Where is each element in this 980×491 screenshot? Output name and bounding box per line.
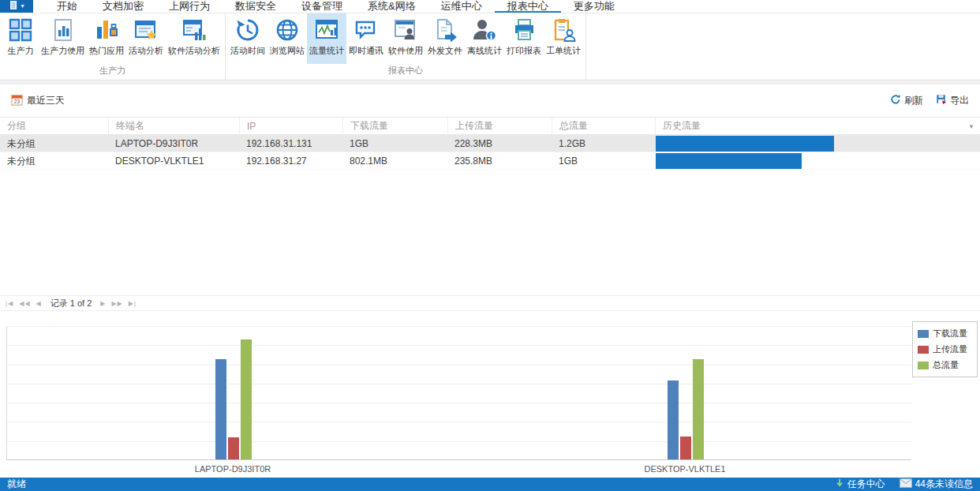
ribbon-button-label: 流量统计 [309, 45, 344, 57]
cell-total: 1GB [552, 156, 655, 167]
traffic-table: 分组终端名IP下载流量上传流量总流量历史流量▼ 未分组LAPTOP-D9J3IT… [0, 117, 980, 295]
column-filter-caret-icon[interactable]: ▼ [968, 123, 974, 130]
column-header[interactable]: 终端名 [108, 118, 239, 134]
legend-swatch [918, 362, 929, 369]
pager-prev-page-button[interactable]: ◀◀ [19, 300, 30, 307]
ribbon-button[interactable]: 浏览网站 [267, 13, 307, 64]
ribbon-button[interactable]: 离线统计 [465, 13, 504, 64]
menu-tab[interactable]: 设备管理 [289, 0, 355, 13]
cell-total: 1.2GB [552, 138, 655, 149]
menu-bar: ▾ 开始文档加密上网行为数据安全设备管理系统&网络运维中心报表中心更多功能 [0, 0, 980, 13]
column-header[interactable]: 上传流量 [447, 118, 552, 134]
ribbon-button-label: 活动时间 [230, 45, 265, 57]
menu-tab[interactable]: 系统&网络 [355, 0, 428, 13]
column-header[interactable]: 下载流量 [342, 118, 447, 134]
status-item-label: 任务中心 [847, 478, 885, 491]
ribbon-button[interactable]: 生产力使用 [39, 13, 87, 64]
column-header[interactable]: 历史流量 [655, 118, 980, 134]
ribbon-button-label: 生产力 [8, 45, 34, 57]
cell-terminal: LAPTOP-D9J3IT0R [108, 138, 239, 149]
ribbon-button-label: 热门应用 [89, 45, 124, 57]
productivity-grid-icon [8, 17, 33, 43]
chart-gridline [7, 326, 911, 327]
pager-record-text: 记录 1 of 2 [47, 298, 95, 309]
doc-chart-icon [50, 17, 76, 43]
filter-bar: 23 最近三天 刷新导出 [0, 84, 980, 117]
export-icon [936, 94, 947, 107]
menu-tab[interactable]: 开始 [44, 0, 90, 13]
filter-actions: 刷新导出 [890, 94, 969, 107]
chevron-down-icon: ▾ [21, 3, 24, 9]
history-bar [656, 136, 834, 152]
ribbon-button[interactable]: 热门应用 [87, 13, 126, 64]
refresh-button[interactable]: 刷新 [890, 94, 923, 107]
legend-label: 上传流量 [933, 343, 967, 355]
ribbon-button[interactable]: 软件活动分析 [166, 13, 223, 64]
chart-gridline [7, 384, 911, 384]
cell-terminal: DESKTOP-VLKTLE1 [108, 156, 239, 167]
menu-tab[interactable]: 上网行为 [156, 0, 223, 13]
action-label: 刷新 [904, 94, 923, 107]
legend-swatch [918, 330, 929, 338]
chart-gridline [7, 365, 911, 365]
pager-next-page-button[interactable]: ▶▶ [111, 300, 122, 307]
chart-plot-area [6, 326, 911, 460]
clock-icon [235, 17, 260, 43]
ribbon-button[interactable]: 流量统计 [307, 13, 346, 64]
pager-prev-button[interactable]: ◀ [36, 300, 42, 307]
menu-tabs: 开始文档加密上网行为数据安全设备管理系统&网络运维中心报表中心更多功能 [44, 0, 627, 13]
traffic-chart-icon [314, 17, 339, 43]
chart-category-label: LAPTOP-D9J3IT0R [195, 464, 271, 474]
menu-tab[interactable]: 运维中心 [428, 0, 495, 13]
ribbon-button[interactable]: 外发文件 [425, 13, 465, 64]
table-row[interactable]: 未分组DESKTOP-VLKTLE1192.168.31.27802.1MB23… [0, 152, 980, 170]
column-header[interactable]: 分组 [0, 118, 108, 134]
table-row[interactable]: 未分组LAPTOP-D9J3IT0R192.168.31.1311GB228.3… [0, 135, 980, 152]
pager-first-button[interactable]: |◀ [6, 300, 13, 307]
chart-bar [241, 339, 252, 459]
ribbon-toolbar: 生产力生产力使用热门应用活动分析软件活动分析生产力活动时间浏览网站流量统计即时通… [0, 13, 980, 81]
ribbon-button[interactable]: 打印报表 [504, 13, 544, 64]
ribbon-button[interactable]: 工单统计 [544, 13, 583, 64]
task-center-button[interactable]: 任务中心 [836, 478, 885, 491]
ribbon-button-label: 打印报表 [507, 45, 541, 57]
menu-tab[interactable]: 文档加密 [90, 0, 156, 13]
ribbon-button[interactable]: 生产力 [2, 13, 39, 64]
cell-download: 802.1MB [342, 156, 447, 167]
chart-gridline [7, 403, 911, 403]
pager-last-button[interactable]: ▶| [129, 300, 137, 307]
menu-tab[interactable]: 更多功能 [561, 0, 627, 13]
status-bar-right: 任务中心44条未读信息 [836, 478, 973, 491]
ribbon-button[interactable]: 即时通讯 [346, 13, 386, 64]
refresh-icon [890, 94, 901, 107]
globe-icon [275, 17, 300, 43]
status-bar: 就绪 任务中心44条未读信息 [0, 478, 980, 491]
chart-bar [680, 437, 691, 459]
date-range-filter[interactable]: 23 最近三天 [11, 94, 65, 108]
doc-arrow-icon [432, 17, 458, 43]
hot-apps-icon [94, 17, 119, 43]
calendar-icon: 23 [11, 94, 23, 108]
legend-label: 下载流量 [933, 328, 967, 339]
chart-gridline [7, 441, 911, 442]
history-bar [656, 153, 802, 169]
ribbon-button[interactable]: 活动分析 [126, 13, 166, 64]
cell-group: 未分组 [0, 155, 108, 168]
ribbon-button-label: 离线统计 [467, 45, 502, 57]
menu-tab[interactable]: 报表中心 [495, 0, 561, 13]
cell-upload: 235.8MB [447, 156, 552, 167]
cell-group: 未分组 [0, 137, 108, 151]
column-header[interactable]: 总流量 [552, 118, 655, 134]
unread-messages-button[interactable]: 44条未读信息 [900, 478, 973, 491]
pager-next-button[interactable]: ▶ [100, 300, 106, 307]
ribbon-group-label: 报表中心 [228, 64, 583, 80]
ribbon-button[interactable]: 活动时间 [228, 13, 267, 64]
app-menu-button[interactable]: ▾ [0, 0, 33, 13]
menu-tab[interactable]: 数据安全 [223, 0, 289, 13]
ribbon-button[interactable]: 软件使用 [386, 13, 425, 64]
date-range-label: 最近三天 [27, 94, 65, 107]
cell-history [655, 152, 980, 170]
export-button[interactable]: 导出 [936, 94, 969, 107]
column-header[interactable]: IP [239, 118, 342, 134]
legend-item: 总流量 [918, 359, 972, 371]
